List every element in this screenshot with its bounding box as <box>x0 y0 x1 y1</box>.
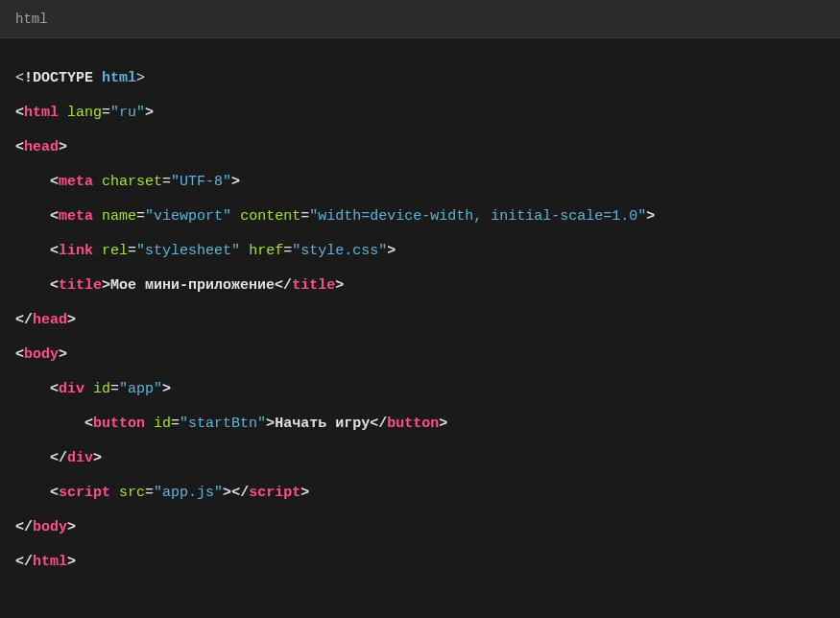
code-line: <script src="app.js"></script> <box>15 476 825 511</box>
code-line: <!DOCTYPE html> <box>15 61 825 96</box>
code-line: <title>Мое мини-приложение</title> <box>15 269 825 303</box>
code-line: </head> <box>15 303 825 338</box>
code-line: <meta charset="UTF-8"> <box>15 165 825 200</box>
code-line: <head> <box>15 131 825 165</box>
code-line: </body> <box>15 511 825 545</box>
code-line: </html> <box>15 545 825 580</box>
code-line: <link rel="stylesheet" href="style.css"> <box>15 234 825 269</box>
code-line: <button id="startBtn">Начать игру</butto… <box>15 407 825 441</box>
language-label: html <box>15 12 48 27</box>
code-line: <html lang="ru"> <box>15 96 825 131</box>
code-block-header: html <box>0 0 840 38</box>
code-line: <body> <box>15 338 825 372</box>
code-line: <div id="app"> <box>15 372 825 407</box>
code-line: <meta name="viewport" content="width=dev… <box>15 200 825 234</box>
code-content: <!DOCTYPE html><html lang="ru"><head> <m… <box>0 38 840 603</box>
code-line: </div> <box>15 441 825 476</box>
